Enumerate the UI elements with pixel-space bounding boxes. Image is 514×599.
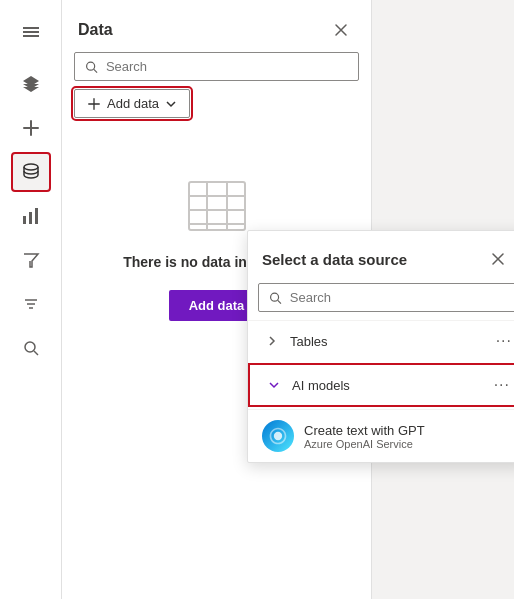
search-icon (85, 60, 98, 74)
ai-models-item-label: AI models (292, 378, 494, 393)
datasource-search-input[interactable] (290, 290, 505, 305)
gpt-name: Create text with GPT (304, 423, 425, 438)
sidebar-data-icon[interactable] (11, 152, 51, 192)
close-icon (490, 251, 506, 267)
sidebar-add-icon[interactable] (11, 108, 51, 148)
sidebar-search-icon[interactable] (11, 328, 51, 368)
gpt-item[interactable]: Create text with GPT Azure OpenAI Servic… (248, 409, 514, 462)
gpt-sub: Azure OpenAI Service (304, 438, 425, 450)
plus-icon (87, 97, 101, 111)
gpt-text: Create text with GPT Azure OpenAI Servic… (304, 423, 425, 450)
svg-rect-5 (29, 212, 32, 224)
tables-chevron-icon (262, 331, 282, 351)
sidebar-filter-icon[interactable] (11, 240, 51, 280)
svg-line-21 (278, 300, 281, 303)
sidebar-layers-icon[interactable] (11, 64, 51, 104)
gpt-icon (262, 420, 294, 452)
tables-item-label: Tables (290, 334, 496, 349)
datasource-panel-close-button[interactable] (484, 245, 512, 273)
tables-item[interactable]: Tables ··· (248, 320, 514, 361)
sidebar-hamburger-icon[interactable] (11, 12, 51, 52)
svg-rect-2 (23, 35, 39, 37)
svg-rect-0 (23, 27, 39, 29)
tables-more-button[interactable]: ··· (496, 332, 512, 350)
ai-models-item[interactable]: AI models ··· (248, 363, 514, 407)
data-search-box[interactable] (74, 52, 359, 81)
sidebar-chart-icon[interactable] (11, 196, 51, 236)
ai-models-more-button[interactable]: ··· (494, 376, 510, 394)
svg-line-13 (94, 69, 97, 72)
svg-point-12 (87, 62, 95, 70)
data-panel-header: Data (62, 0, 371, 52)
svg-line-11 (34, 351, 38, 355)
svg-point-22 (274, 432, 282, 440)
main-content: Data Add data (62, 0, 514, 599)
data-panel-title: Data (78, 21, 113, 39)
svg-rect-1 (23, 31, 39, 33)
svg-rect-4 (23, 216, 26, 224)
datasource-search-box[interactable] (258, 283, 514, 312)
ai-models-chevron-icon (264, 375, 284, 395)
svg-rect-14 (189, 182, 245, 230)
svg-point-10 (25, 342, 35, 352)
data-panel-close-button[interactable] (327, 16, 355, 44)
datasource-panel: Select a data source Tables ··· (247, 230, 514, 463)
datasource-panel-title: Select a data source (262, 251, 407, 268)
add-data-button[interactable]: Add data (74, 89, 190, 118)
svg-point-20 (271, 293, 279, 301)
chevron-down-icon (165, 98, 177, 110)
sidebar-tools-icon[interactable] (11, 284, 51, 324)
svg-rect-6 (35, 208, 38, 224)
data-search-input[interactable] (106, 59, 348, 74)
svg-point-3 (24, 164, 38, 170)
datasource-panel-header: Select a data source (248, 231, 514, 283)
datasource-search-icon (269, 291, 282, 305)
add-data-button-label: Add data (107, 96, 159, 111)
table-placeholder-icon (185, 174, 249, 238)
sidebar (0, 0, 62, 599)
